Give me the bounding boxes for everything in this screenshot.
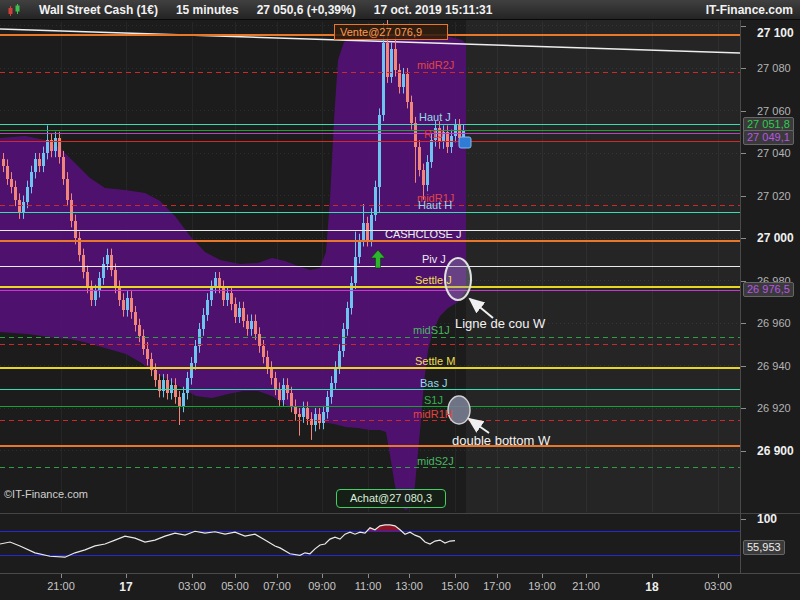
price-axis-label: 27 100 xyxy=(757,26,794,40)
time-axis-tick xyxy=(235,574,236,578)
time-axis-tick xyxy=(368,574,369,578)
time-axis-label: 21:00 xyxy=(47,580,75,592)
last-price-and-change: 27 050,6 (+0,39%) xyxy=(257,3,356,17)
time-axis-label: 19:00 xyxy=(528,580,556,592)
main-chart[interactable]: midR2JHaut JR1JmidR1JHaut HCASHCLOSE JPi… xyxy=(0,20,740,513)
oscillator-value-badge: 55,953 xyxy=(743,540,785,555)
panel-separator xyxy=(0,513,800,514)
oscillator-axis[interactable]: 10055,953 xyxy=(741,514,800,572)
trading-app-window: Wall Street Cash (1€) 15 minutes 27 050,… xyxy=(0,0,800,600)
price-axis-label: 26 940 xyxy=(757,359,791,373)
time-axis-tick xyxy=(497,574,498,578)
price-axis-label: 27 000 xyxy=(757,231,794,245)
brand-label: IT-Finance.com xyxy=(706,3,793,17)
time-axis-tick xyxy=(322,574,323,578)
neckline-annotation-text[interactable]: Ligne de cou W xyxy=(455,316,545,331)
time-axis-label: 15:00 xyxy=(441,580,469,592)
indicator-cloud xyxy=(0,35,466,510)
time-axis-label: 09:00 xyxy=(308,580,336,592)
price-axis-label: 27 060 xyxy=(757,104,791,118)
time-axis-tick xyxy=(61,574,62,578)
price-axis-label: 27 020 xyxy=(757,189,791,203)
price-badge: 26 976,5 xyxy=(743,282,794,297)
price-axis-tick xyxy=(741,111,746,112)
time-axis-label: 18 xyxy=(645,580,658,594)
sell-order-label[interactable]: Vente@27 076,9 xyxy=(334,24,448,40)
price-axis-label: 26 900 xyxy=(757,444,794,458)
time-axis-tick xyxy=(542,574,543,578)
main-chart-canvas[interactable] xyxy=(0,20,740,513)
time-axis-label: 13:00 xyxy=(395,580,423,592)
time-axis-label: 17 xyxy=(119,580,132,594)
double-bottom-annotation-text[interactable]: double bottom W xyxy=(452,433,550,448)
double-bottom-ellipse[interactable] xyxy=(448,396,470,424)
price-axis-tick xyxy=(741,323,746,324)
price-axis-tick xyxy=(741,153,746,154)
price-axis-tick xyxy=(741,238,746,239)
time-axis-tick xyxy=(126,574,127,578)
time-axis-tick xyxy=(409,574,410,578)
chart-title-bar: Wall Street Cash (1€) 15 minutes 27 050,… xyxy=(0,0,800,20)
time-axis-tick xyxy=(277,574,278,578)
axis-separator xyxy=(740,20,741,573)
price-axis-tick xyxy=(741,366,746,367)
time-axis-tick xyxy=(455,574,456,578)
buy-order-label[interactable]: Achat@27 080,3 xyxy=(336,489,446,508)
price-axis-tick xyxy=(741,196,746,197)
watermark: ©IT-Finance.com xyxy=(4,488,88,500)
oscillator-axis-tick xyxy=(741,519,746,520)
oscillator-axis-label: 100 xyxy=(757,512,777,526)
price-axis-label: 26 960 xyxy=(757,316,791,330)
time-axis-label: 07:00 xyxy=(263,580,291,592)
time-axis-tick xyxy=(718,574,719,578)
price-badge: 27 049,1 xyxy=(743,130,794,145)
time-axis-tick xyxy=(652,574,653,578)
timeframe: 15 minutes xyxy=(176,3,239,17)
time-axis-label: 11:00 xyxy=(355,580,382,592)
time-axis-label: 05:00 xyxy=(221,580,249,592)
time-axis-tick xyxy=(192,574,193,578)
time-axis-label: 21:00 xyxy=(572,580,600,592)
oscillator-panel[interactable] xyxy=(0,514,740,572)
neckline-ellipse[interactable] xyxy=(445,258,471,300)
time-axis-tick xyxy=(586,574,587,578)
time-axis-label: 17:00 xyxy=(483,580,511,592)
price-axis-label: 27 080 xyxy=(757,61,791,75)
order-tag-marker[interactable] xyxy=(459,137,471,148)
price-axis-label: 27 040 xyxy=(757,146,791,160)
header-datetime: 17 oct. 2019 15:11:31 xyxy=(374,3,493,17)
price-axis-tick xyxy=(741,26,746,27)
time-axis-label: 03:00 xyxy=(704,580,732,592)
price-axis-tick xyxy=(741,408,746,409)
time-axis[interactable]: 21:001703:0005:0007:0009:0011:0013:0015:… xyxy=(0,573,800,600)
price-axis-label: 26 920 xyxy=(757,401,791,415)
time-axis-label: 03:00 xyxy=(178,580,206,592)
instrument-name: Wall Street Cash (1€) xyxy=(39,3,158,17)
price-axis[interactable]: 27 10027 08027 06027 04027 02027 00026 9… xyxy=(741,20,800,513)
candlestick-icon xyxy=(7,3,21,17)
price-axis-tick xyxy=(741,451,746,452)
price-axis-tick xyxy=(741,68,746,69)
